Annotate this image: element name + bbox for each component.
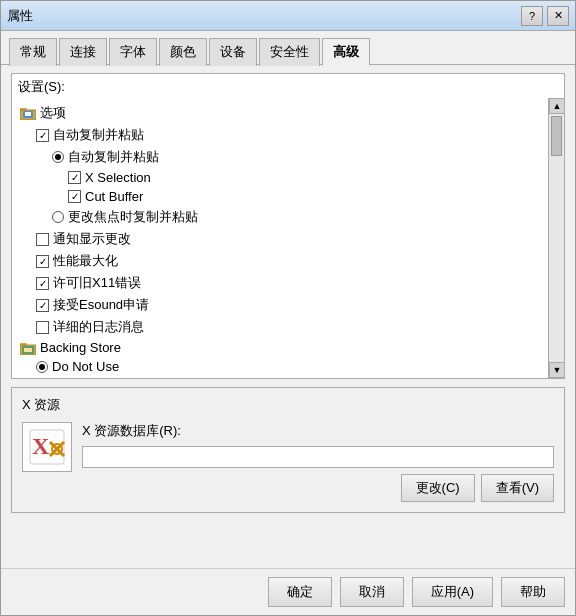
svg-rect-4 — [25, 112, 31, 116]
tab-general[interactable]: 常规 — [9, 38, 57, 66]
x-resource-buttons: 更改(C) 查看(V) — [82, 474, 554, 502]
x-resource-db-label: X 资源数据库(R): — [82, 422, 554, 440]
tree-label-autocopy: 自动复制并粘贴 — [53, 126, 144, 144]
tree-label-x11error: 许可旧X11错误 — [53, 274, 141, 292]
tab-device[interactable]: 设备 — [209, 38, 257, 66]
settings-group: 设置(S): — [11, 73, 565, 379]
tree-item-whenrequested[interactable]: When Requested — [16, 376, 544, 378]
tree-label-backing: Backing Store — [40, 340, 121, 355]
tree-item-log[interactable]: 详细的日志消息 — [16, 316, 544, 338]
svg-rect-9 — [24, 348, 32, 352]
tree-label-log: 详细的日志消息 — [53, 318, 144, 336]
tree-item-notify[interactable]: 通知显示更改 — [16, 228, 544, 250]
settings-label: 设置(S): — [12, 74, 564, 98]
tree-item-esound[interactable]: 接受Esound申请 — [16, 294, 544, 316]
x-resource-icon: X — [28, 428, 66, 466]
tree-item-autocopy[interactable]: 自动复制并粘贴 — [16, 124, 544, 146]
scroll-up-button[interactable]: ▲ — [549, 98, 564, 114]
tab-security[interactable]: 安全性 — [259, 38, 320, 66]
cancel-button[interactable]: 取消 — [340, 577, 404, 607]
scroll-track — [549, 114, 564, 362]
tree-label-performance: 性能最大化 — [53, 252, 118, 270]
checkbox-notify[interactable] — [36, 233, 49, 246]
checkbox-performance[interactable] — [36, 255, 49, 268]
content-area: 设置(S): — [1, 64, 575, 568]
window-title: 属性 — [7, 7, 33, 25]
tree-label-notify: 通知显示更改 — [53, 230, 131, 248]
tree-item-x11error[interactable]: 许可旧X11错误 — [16, 272, 544, 294]
tree-label-options: 选项 — [40, 104, 66, 122]
tree-item-xselection[interactable]: X Selection — [16, 168, 544, 187]
tree-item-donotuse[interactable]: Do Not Use — [16, 357, 544, 376]
tree-label-xselection: X Selection — [85, 170, 151, 185]
checkbox-log[interactable] — [36, 321, 49, 334]
help-button[interactable]: 帮助 — [501, 577, 565, 607]
tree-item-cutbuffer[interactable]: Cut Buffer — [16, 187, 544, 206]
checkbox-cutbuffer[interactable] — [68, 190, 81, 203]
tab-color[interactable]: 颜色 — [159, 38, 207, 66]
radio-donotuse[interactable] — [36, 361, 48, 373]
tab-connection[interactable]: 连接 — [59, 38, 107, 66]
radio-autocopy[interactable] — [52, 151, 64, 163]
x-resource-title: X 资源 — [22, 396, 554, 414]
checkbox-autocopy[interactable] — [36, 129, 49, 142]
x-icon-box: X — [22, 422, 72, 472]
tree-scrollbar[interactable]: ▲ ▼ — [548, 98, 564, 378]
x-resource-inner: X X 资源数据库(R): 更改(C) 查看(V) — [22, 422, 554, 502]
tab-advanced[interactable]: 高级 — [322, 38, 370, 66]
tree-label-cutbuffer: Cut Buffer — [85, 189, 143, 204]
backing-icon — [20, 341, 36, 355]
close-title-button[interactable]: ✕ — [547, 6, 569, 26]
bottom-buttons: 确定 取消 应用(A) 帮助 — [1, 568, 575, 615]
tree-label-focus-radio: 更改焦点时复制并粘贴 — [68, 208, 198, 226]
svg-rect-6 — [20, 343, 27, 346]
tree-item-backing: Backing Store — [16, 338, 544, 357]
checkbox-esound[interactable] — [36, 299, 49, 312]
tree-item-focus-radio[interactable]: 更改焦点时复制并粘贴 — [16, 206, 544, 228]
checkbox-xselection[interactable] — [68, 171, 81, 184]
tree-item-autocopy-radio[interactable]: 自动复制并粘贴 — [16, 146, 544, 168]
scroll-thumb[interactable] — [551, 116, 562, 156]
x-resource-section: X 资源 X X 资源数据库(R): 更改(C — [11, 387, 565, 513]
checkbox-x11error[interactable] — [36, 277, 49, 290]
folder-icon — [20, 106, 36, 120]
tree-area: 选项 自动复制并粘贴 自动复制并粘贴 — [12, 98, 564, 378]
tree-content[interactable]: 选项 自动复制并粘贴 自动复制并粘贴 — [12, 98, 548, 378]
svg-text:X: X — [32, 433, 50, 459]
tree-item-performance[interactable]: 性能最大化 — [16, 250, 544, 272]
view-button[interactable]: 查看(V) — [481, 474, 554, 502]
tree-label-autocopy-radio: 自动复制并粘贴 — [68, 148, 159, 166]
tree-label-donotuse: Do Not Use — [52, 359, 119, 374]
tree-label-esound: 接受Esound申请 — [53, 296, 149, 314]
tree-item-options: 选项 — [16, 102, 544, 124]
svg-rect-1 — [20, 108, 27, 111]
tab-font[interactable]: 字体 — [109, 38, 157, 66]
help-title-button[interactable]: ? — [521, 6, 543, 26]
tabs-row: 常规 连接 字体 颜色 设备 安全性 高级 — [1, 31, 575, 65]
x-resource-db-input[interactable] — [82, 446, 554, 468]
apply-button[interactable]: 应用(A) — [412, 577, 493, 607]
scroll-down-button[interactable]: ▼ — [549, 362, 564, 378]
radio-focus[interactable] — [52, 211, 64, 223]
title-bar: 属性 ? ✕ — [1, 1, 575, 31]
main-window: 属性 ? ✕ 常规 连接 字体 颜色 设备 安全性 高级 设置(S): — [0, 0, 576, 616]
ok-button[interactable]: 确定 — [268, 577, 332, 607]
title-buttons: ? ✕ — [521, 6, 569, 26]
change-button[interactable]: 更改(C) — [401, 474, 475, 502]
x-resource-right: X 资源数据库(R): 更改(C) 查看(V) — [82, 422, 554, 502]
